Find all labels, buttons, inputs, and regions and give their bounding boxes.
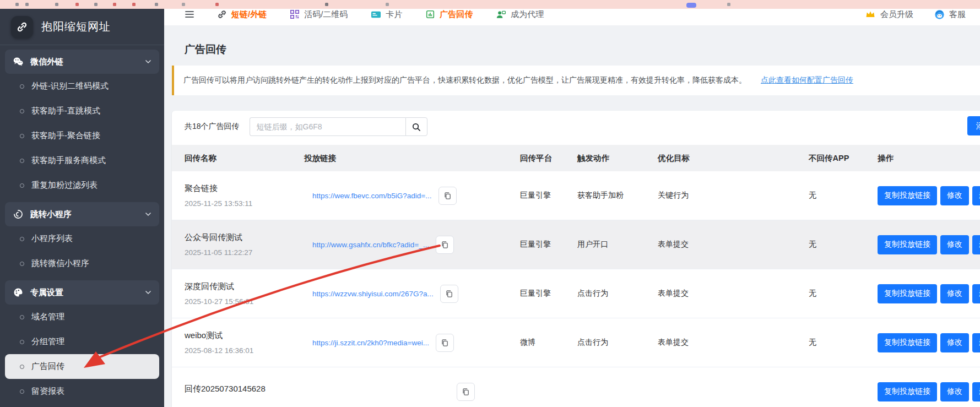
edit-button[interactable]: 修改 [940, 333, 969, 352]
sidebar-item-label: 广告回传 [31, 361, 64, 372]
edit-button[interactable]: 修改 [940, 284, 969, 303]
table-row: 回传20250730145628复制投放链接修改删除 [172, 367, 980, 407]
bullet-circle-icon [20, 109, 24, 113]
table-row: 公众号回传测试2025-11-05 11:22:27http://www.gsa… [172, 220, 980, 269]
edit-button[interactable]: 修改 [940, 235, 969, 254]
created-time: 2025-10-27 15:56:31 [185, 297, 304, 306]
sidebar-item-label: 重复加粉过滤列表 [31, 180, 98, 191]
bookmark-icon [25, 3, 29, 6]
topnav-item-会员升级[interactable]: 会员升级 [865, 9, 913, 20]
table-row: 深度回传测试2025-10-27 15:56:31https://wzzvw.s… [172, 269, 980, 318]
topnav-item-label: 活码/二维码 [304, 9, 348, 20]
copy-publish-link-button[interactable]: 复制投放链接 [878, 382, 937, 401]
notice-banner: 广告回传可以将用户访问跳转外链产生的转化动作上报到对应的广告平台，快速积累转化数… [172, 66, 980, 95]
sidebar-item-获客助手服务商模式[interactable]: 获客助手服务商模式 [5, 148, 159, 173]
link-icon [217, 9, 227, 19]
copy-link-button[interactable] [457, 383, 475, 401]
topnav-item-label: 成为代理 [511, 9, 544, 20]
add-callback-button[interactable]: 添加 [967, 116, 980, 135]
copy-link-button[interactable] [440, 285, 458, 303]
topnav-item-短链/外链[interactable]: 短链/外链 [217, 9, 267, 20]
topnav-item-label: 卡片 [386, 9, 402, 20]
bookmark-icon [182, 3, 185, 6]
bullet-circle-icon [20, 340, 24, 344]
sidebar-group-1[interactable]: 跳转小程序 [5, 202, 159, 226]
notice-config-link[interactable]: 点此查看如何配置广告回传 [761, 75, 853, 85]
bookmark-icon [113, 3, 116, 6]
bookmark-icon [155, 3, 158, 6]
copy-link-button[interactable] [436, 236, 454, 254]
copy-publish-link-button[interactable]: 复制投放链接 [878, 333, 937, 352]
goal-cell: 关键行为 [658, 191, 809, 200]
copy-publish-link-button[interactable]: 复制投放链接 [878, 284, 937, 303]
topnav-item-活码/二维码[interactable]: 活码/二维码 [290, 9, 348, 20]
callback-name: weibo测试 [185, 330, 304, 341]
bullet-circle-icon [20, 84, 24, 89]
delete-button[interactable]: 删除 [972, 235, 980, 254]
delete-button[interactable]: 删除 [972, 333, 980, 352]
sidebar-item-label: 分组管理 [31, 337, 64, 347]
sidebar-group-2[interactable]: 专属设置 [5, 280, 159, 305]
miniprogram-icon [13, 209, 24, 220]
delete-button[interactable]: 删除 [972, 284, 980, 303]
chevron-down-icon [145, 211, 151, 218]
copy-link-button[interactable] [438, 187, 457, 205]
toolbar: 共18个广告回传 [185, 117, 980, 136]
hamburger-menu-icon[interactable] [184, 9, 195, 20]
bookmark-icon [386, 3, 389, 6]
tracking-link[interactable]: http://www.gsahfx.cn/bfkc?adid=_... [312, 241, 429, 249]
copy-publish-link-button[interactable]: 复制投放链接 [878, 235, 937, 254]
copy-publish-link-button[interactable]: 复制投放链接 [878, 186, 937, 205]
bookmark-icon [15, 3, 19, 6]
sidebar-item-获客助手-直跳模式[interactable]: 获客助手-直跳模式 [5, 99, 159, 123]
tracking-link[interactable]: https://ji.szzit.cn/2kh0?media=wei... [312, 339, 429, 347]
sidebar-item-获客助手-聚合链接[interactable]: 获客助手-聚合链接 [5, 123, 159, 148]
column-header-回传名称: 回传名称 [172, 153, 304, 164]
topnav-item-广告回传[interactable]: 广告回传 [425, 9, 473, 20]
column-header-优化目标: 优化目标 [658, 153, 809, 164]
sidebar-item-外链-识别二维码模式[interactable]: 外链-识别二维码模式 [5, 74, 159, 99]
topnav-item-卡片[interactable]: 卡片 [371, 9, 402, 20]
sidebar-item-广告回传[interactable]: 广告回传 [5, 354, 159, 379]
sidebar-item-label: 外链-识别二维码模式 [31, 81, 109, 91]
delete-button[interactable]: 删除 [972, 382, 980, 401]
topnav-item-客服[interactable]: 客服 [934, 9, 966, 20]
table-row: 聚合链接2025-11-25 13:53:11https://wew.fbevc… [172, 171, 980, 220]
edit-button[interactable]: 修改 [940, 382, 969, 401]
page-title: 广告回传 [185, 42, 980, 57]
sidebar-item-小程序列表[interactable]: 小程序列表 [5, 226, 159, 251]
delete-button[interactable]: 删除 [972, 186, 980, 205]
noapp-cell: 无 [809, 338, 878, 348]
search-button[interactable] [405, 117, 427, 136]
sidebar-item-label: 获客助手-直跳模式 [31, 106, 100, 116]
report-icon [425, 9, 435, 19]
bookmark-icon [94, 3, 98, 6]
sidebar-item-跳转微信小程序[interactable]: 跳转微信小程序 [5, 251, 159, 276]
edit-button[interactable]: 修改 [940, 186, 969, 205]
copy-link-button[interactable] [436, 334, 454, 352]
sidebar-group-label: 微信外链 [30, 57, 63, 67]
bullet-circle-icon [20, 389, 24, 394]
column-header-不回传APP: 不回传APP [809, 153, 878, 164]
sidebar-item-label: 获客助手服务商模式 [31, 155, 106, 166]
tracking-link[interactable]: https://wew.fbevc.com/b5iG?adid=... [312, 192, 432, 200]
copy-icon [462, 388, 470, 396]
top-navbar: 短链/外链活码/二维码卡片广告回传成为代理 会员升级客服 [164, 9, 980, 25]
goal-cell: 表单提交 [658, 338, 809, 348]
sidebar-item-分组管理[interactable]: 分组管理 [5, 329, 159, 354]
sidebar-group-0[interactable]: 微信外链 [5, 50, 159, 74]
callbacks-card: 共18个广告回传 添加 回传名称投放链接回传平台触发动作优化目标不回传APP操作… [172, 111, 980, 407]
sidebar-item-留资报表[interactable]: 留资报表 [5, 379, 159, 404]
tracking-link[interactable]: https://wzzvw.shiyisui.com/267G?a... [312, 290, 434, 298]
sidebar-item-域名管理[interactable]: 域名管理 [5, 305, 159, 329]
bullet-circle-icon [20, 183, 24, 188]
bookmark-icon [215, 3, 219, 6]
topnav-item-label: 广告回传 [440, 9, 473, 20]
noapp-cell: 无 [809, 289, 878, 299]
topnav-item-label: 短链/外链 [231, 9, 267, 20]
bullet-circle-icon [20, 315, 24, 319]
search-input[interactable] [250, 117, 405, 136]
topnav-item-成为代理[interactable]: 成为代理 [496, 9, 544, 20]
sidebar-item-重复加粉过滤列表[interactable]: 重复加粉过滤列表 [5, 173, 159, 198]
created-time: 2025-08-12 16:36:01 [185, 346, 304, 355]
